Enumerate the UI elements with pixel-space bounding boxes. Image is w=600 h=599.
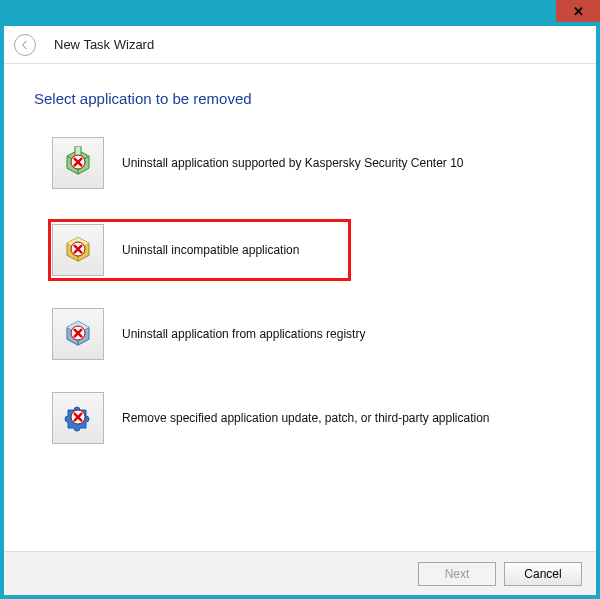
close-icon: ✕ [573,4,584,19]
titlebar: ✕ [4,4,596,26]
close-button[interactable]: ✕ [556,0,600,22]
wizard-title: New Task Wizard [54,37,154,52]
option-uninstall-ksc[interactable]: Uninstall application supported by Kaspe… [52,135,566,191]
wizard-content: Select application to be removed Uninsta… [4,64,596,551]
option-label[interactable]: Remove specified application update, pat… [122,411,490,425]
option-remove-update[interactable]: Remove specified application update, pat… [52,390,566,446]
option-icon[interactable] [52,392,104,444]
option-icon[interactable] [52,224,104,276]
option-label[interactable]: Uninstall incompatible application [122,243,299,257]
highlight-box: Uninstall incompatible application [48,219,351,281]
page-heading: Select application to be removed [34,90,566,107]
wizard-window: ✕ New Task Wizard Select application to … [0,0,600,599]
remove-x-icon [70,241,86,257]
option-icon[interactable] [52,308,104,360]
remove-x-icon [70,409,86,425]
cancel-button[interactable]: Cancel [504,562,582,586]
option-uninstall-incompatible[interactable]: Uninstall incompatible application [52,223,344,277]
back-button[interactable] [14,34,36,56]
next-button[interactable]: Next [418,562,496,586]
wizard-header: New Task Wizard [4,26,596,64]
option-label[interactable]: Uninstall application from applications … [122,327,365,341]
option-uninstall-registry[interactable]: Uninstall application from applications … [52,306,566,362]
option-icon[interactable] [52,137,104,189]
remove-x-icon [70,154,86,170]
remove-x-icon [70,325,86,341]
option-label[interactable]: Uninstall application supported by Kaspe… [122,156,464,170]
wizard-footer: Next Cancel [4,551,596,595]
arrow-left-icon [19,39,31,51]
